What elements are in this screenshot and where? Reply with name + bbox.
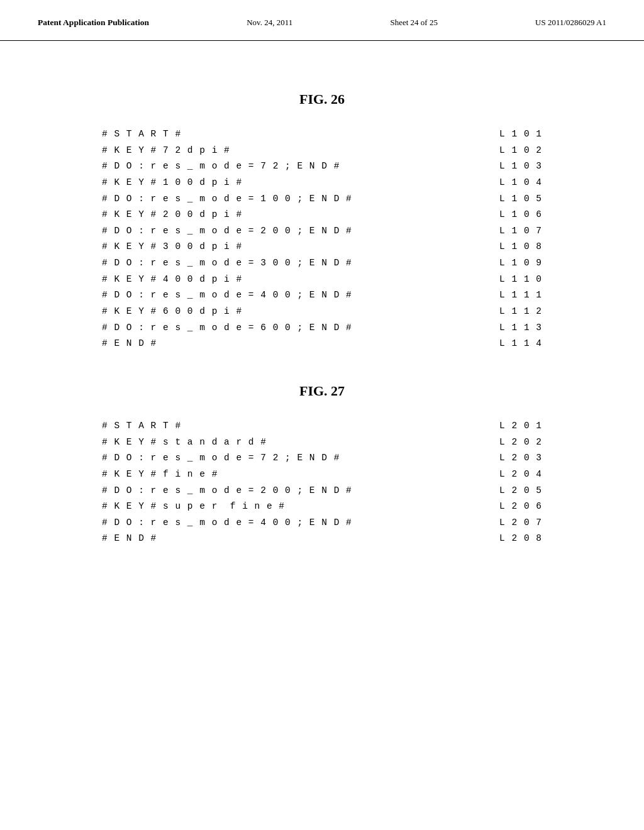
fig27-line-num: L 2 0 1 [499, 418, 542, 434]
fig27-code-line: # D O : r e s _ m o d e = 2 0 0 ; E N D … [102, 483, 352, 499]
fig27-title: FIG. 27 [38, 383, 606, 399]
fig27-line-num: L 2 0 2 [499, 434, 542, 450]
fig27-code-line: # E N D # [102, 531, 352, 546]
fig26-line-num: L 1 0 7 [499, 223, 542, 239]
fig27-line-num: L 2 0 6 [499, 499, 542, 514]
fig26-code-line: # D O : r e s _ m o d e = 1 0 0 ; E N D … [102, 191, 352, 207]
header-sheet-label: Sheet 24 of 25 [390, 18, 437, 28]
fig26-code-line: # K E Y # 2 0 0 d p i # [102, 207, 352, 223]
fig27-code-line: # D O : r e s _ m o d e = 7 2 ; E N D # [102, 450, 352, 466]
fig26-line-num: L 1 1 4 [499, 336, 542, 351]
fig26-line-num: L 1 1 1 [499, 287, 542, 303]
fig26-line-num: L 1 0 3 [499, 158, 542, 174]
fig26-line-num: L 1 0 4 [499, 175, 542, 191]
page: Patent Application Publication Nov. 24, … [0, 0, 644, 830]
content-area: FIG. 26 # S T A R T ## K E Y # 7 2 d p i… [0, 41, 644, 572]
fig27-code-block: # S T A R T ## K E Y # s t a n d a r d #… [102, 418, 542, 546]
fig26-code-lines: # S T A R T ## K E Y # 7 2 d p i ## D O … [102, 126, 352, 351]
fig26-code-line: # D O : r e s _ m o d e = 2 0 0 ; E N D … [102, 223, 352, 239]
fig27-code-lines: # S T A R T ## K E Y # s t a n d a r d #… [102, 418, 352, 546]
fig26-code-line: # D O : r e s _ m o d e = 3 0 0 ; E N D … [102, 255, 352, 271]
header: Patent Application Publication Nov. 24, … [0, 0, 644, 41]
fig26-line-num: L 1 0 8 [499, 239, 542, 255]
fig27-line-num: L 2 0 8 [499, 531, 542, 546]
fig26-code-line: # D O : r e s _ m o d e = 6 0 0 ; E N D … [102, 320, 352, 336]
fig26-code-line: # E N D # [102, 336, 352, 351]
fig26-line-num: L 1 1 2 [499, 304, 542, 319]
fig27-line-num: L 2 0 7 [499, 515, 542, 531]
header-date-label: Nov. 24, 2011 [247, 18, 292, 28]
fig26-code-line: # K E Y # 7 2 d p i # [102, 143, 352, 158]
fig26-code-line: # D O : r e s _ m o d e = 4 0 0 ; E N D … [102, 287, 352, 303]
fig27-code-line: # S T A R T # [102, 418, 352, 434]
fig27-code-line: # K E Y # s u p e r f i n e # [102, 499, 352, 514]
fig26-code-line: # K E Y # 4 0 0 d p i # [102, 272, 352, 287]
fig26-title: FIG. 26 [38, 91, 606, 108]
fig27-line-num: L 2 0 3 [499, 450, 542, 466]
fig26-line-numbers: L 1 0 1L 1 0 2L 1 0 3L 1 0 4L 1 0 5L 1 0… [499, 126, 542, 351]
fig26-line-num: L 1 0 6 [499, 207, 542, 223]
fig26-line-num: L 1 0 5 [499, 191, 542, 207]
fig26-code-line: # S T A R T # [102, 126, 352, 142]
fig26-code-block: # S T A R T ## K E Y # 7 2 d p i ## D O … [102, 126, 542, 351]
fig26-code-line: # K E Y # 1 0 0 d p i # [102, 175, 352, 191]
fig27-line-num: L 2 0 5 [499, 483, 542, 499]
fig26-line-num: L 1 0 1 [499, 126, 542, 142]
fig26-line-num: L 1 0 9 [499, 255, 542, 271]
fig27-line-numbers: L 2 0 1L 2 0 2L 2 0 3L 2 0 4L 2 0 5L 2 0… [499, 418, 542, 546]
fig27-code-line: # K E Y # f i n e # [102, 467, 352, 482]
header-publication-label: Patent Application Publication [38, 18, 149, 28]
fig27-line-num: L 2 0 4 [499, 467, 542, 482]
fig26-code-line: # K E Y # 3 0 0 d p i # [102, 239, 352, 255]
fig26-line-num: L 1 1 3 [499, 320, 542, 336]
fig26-code-line: # K E Y # 6 0 0 d p i # [102, 304, 352, 319]
fig26-code-line: # D O : r e s _ m o d e = 7 2 ; E N D # [102, 158, 352, 174]
header-patent-label: US 2011/0286029 A1 [535, 18, 606, 28]
fig27-code-line: # D O : r e s _ m o d e = 4 0 0 ; E N D … [102, 515, 352, 531]
fig26-line-num: L 1 0 2 [499, 143, 542, 158]
fig26-line-num: L 1 1 0 [499, 272, 542, 287]
fig27-code-line: # K E Y # s t a n d a r d # [102, 434, 352, 450]
